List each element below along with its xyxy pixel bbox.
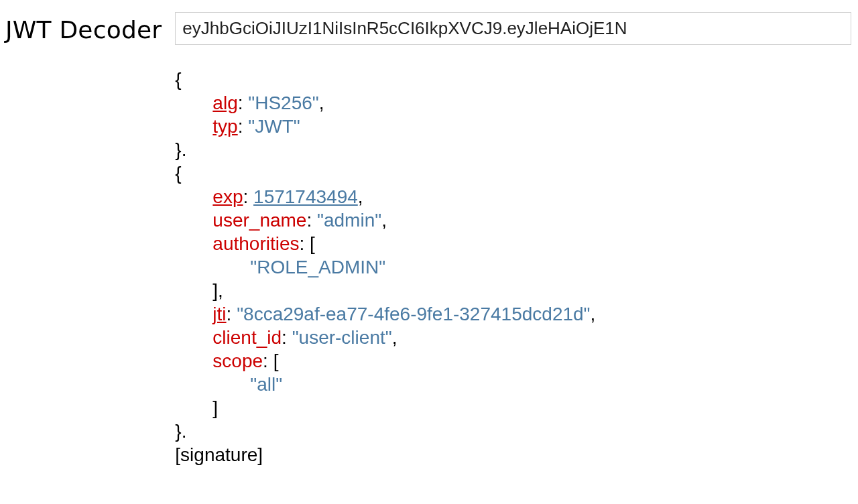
brace-close-dot: }. <box>175 421 186 442</box>
decoded-output: { alg: "HS256", typ: "JWT" }. { exp: 157… <box>175 68 851 466</box>
payload-val-exp[interactable]: 1571743494 <box>253 186 358 207</box>
payload-key-client-id: client_id <box>212 327 282 348</box>
page-title: JWT Decoder <box>5 12 162 44</box>
payload-val-user-name: "admin" <box>317 210 381 231</box>
payload-val-client-id: "user-client" <box>292 327 392 348</box>
brace-open: { <box>175 163 181 184</box>
payload-key-user-name: user_name <box>212 210 306 231</box>
jwt-input[interactable] <box>175 12 851 45</box>
payload-key-exp[interactable]: exp <box>212 186 243 207</box>
brace-open: { <box>175 69 181 90</box>
payload-scope-0: "all" <box>250 374 282 395</box>
payload-key-jti[interactable]: jti <box>212 304 226 324</box>
header-val-typ: "JWT" <box>248 116 300 137</box>
payload-authorities-0: "ROLE_ADMIN" <box>250 257 385 277</box>
signature-placeholder: [signature] <box>175 444 263 465</box>
payload-key-scope: scope <box>212 351 263 371</box>
header-key-alg[interactable]: alg <box>212 92 237 113</box>
header-val-alg: "HS256" <box>248 92 319 113</box>
brace-close-dot: }. <box>175 139 186 160</box>
header-key-typ[interactable]: typ <box>212 116 237 137</box>
payload-val-jti: "8cca29af-ea77-4fe6-9fe1-327415dcd21d" <box>237 304 590 324</box>
payload-key-authorities: authorities <box>212 233 299 254</box>
